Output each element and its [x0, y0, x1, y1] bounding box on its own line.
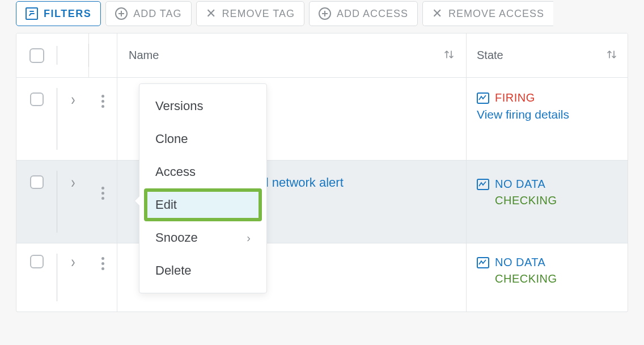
table-row: › 93 FIRING View firing details	[16, 78, 628, 161]
select-all-checkbox[interactable]	[29, 48, 44, 63]
row-expand-cell[interactable]: ›	[57, 161, 89, 243]
row-state-cell: NO DATA CHECKING	[467, 243, 628, 312]
row-checkbox[interactable]	[30, 175, 44, 189]
header-name-label: Name	[129, 49, 159, 62]
remove-access-label: REMOVE ACCESS	[448, 8, 544, 20]
menu-item-snooze[interactable]: Snooze ›	[139, 221, 266, 254]
filters-button[interactable]: FILTERS	[16, 1, 101, 26]
table-row: › ert_01 95 NO DATA CHECKING	[16, 243, 628, 312]
row-actions-cell[interactable]	[89, 243, 117, 312]
toolbar: FILTERS ADD TAG ✕ REMOVE TAG ADD ACCESS …	[0, 0, 644, 33]
header-spacer	[57, 33, 89, 77]
menu-item-access[interactable]: Access	[139, 155, 266, 188]
kebab-icon	[101, 187, 104, 200]
menu-item-label: Delete	[155, 263, 192, 278]
add-access-label: ADD ACCESS	[337, 8, 408, 20]
row-checkbox[interactable]	[30, 255, 44, 268]
state-status: NO DATA	[495, 178, 545, 191]
chevron-right-icon: ›	[71, 173, 75, 192]
kebab-icon	[101, 95, 104, 108]
add-access-button[interactable]: ADD ACCESS	[309, 1, 418, 26]
menu-item-label: Versions	[155, 99, 203, 113]
chevron-right-icon: ›	[71, 90, 75, 110]
plus-icon	[115, 7, 128, 20]
chart-icon	[477, 257, 489, 268]
row-actions-cell[interactable]	[89, 78, 117, 160]
view-firing-details-link[interactable]: View firing details	[477, 108, 617, 121]
row-actions-cell[interactable]	[89, 161, 117, 243]
add-tag-label: ADD TAG	[133, 8, 181, 20]
chevron-right-icon: ›	[247, 232, 251, 245]
menu-item-delete[interactable]: Delete	[139, 254, 266, 287]
row-checkbox-cell	[16, 243, 57, 312]
menu-item-label: Edit	[155, 197, 177, 212]
add-tag-button[interactable]: ADD TAG	[105, 1, 191, 26]
chart-icon	[477, 179, 489, 190]
menu-item-edit[interactable]: Edit	[145, 190, 261, 220]
menu-item-versions[interactable]: Versions	[139, 90, 266, 123]
kebab-icon	[101, 257, 104, 270]
sort-icon	[443, 49, 455, 62]
menu-item-label: Clone	[155, 132, 188, 146]
header-checkbox-cell	[16, 33, 57, 77]
row-expand-cell[interactable]: ›	[57, 243, 89, 312]
header-name-cell[interactable]: Name	[117, 33, 467, 77]
menu-item-clone[interactable]: Clone	[139, 123, 266, 155]
header-spacer-2	[89, 33, 117, 77]
header-state-cell[interactable]: State	[467, 33, 628, 77]
remove-tag-button[interactable]: ✕ REMOVE TAG	[196, 1, 304, 26]
row-state-cell: NO DATA CHECKING	[467, 161, 628, 243]
menu-item-label: Snooze	[155, 230, 198, 245]
table-header-row: Name State	[16, 33, 628, 78]
close-icon: ✕	[432, 7, 443, 20]
state-status: FIRING	[495, 91, 535, 104]
row-state-cell: FIRING View firing details	[467, 78, 628, 160]
close-icon: ✕	[206, 7, 217, 20]
row-expand-cell[interactable]: ›	[57, 78, 89, 160]
chevron-right-icon: ›	[71, 253, 75, 272]
filters-icon	[26, 7, 38, 20]
state-status: NO DATA	[495, 256, 545, 269]
state-substatus: CHECKING	[495, 272, 617, 285]
remove-access-button[interactable]: ✕ REMOVE ACCESS	[422, 1, 553, 26]
chart-icon	[477, 92, 489, 104]
plus-icon	[319, 7, 331, 20]
remove-tag-label: REMOVE TAG	[222, 8, 295, 20]
header-state-label: State	[477, 49, 503, 62]
alerts-table: Name State › 93	[16, 33, 628, 312]
filters-label: FILTERS	[44, 8, 91, 20]
state-substatus: CHECKING	[495, 194, 617, 207]
menu-item-label: Access	[155, 165, 196, 179]
row-context-menu: Versions Clone Access Edit Snooze › Dele…	[139, 83, 267, 293]
table-row: › and network alert 51 NO DATA CHECKING	[16, 161, 628, 243]
row-checkbox-cell	[16, 78, 57, 160]
row-checkbox[interactable]	[30, 92, 44, 106]
row-checkbox-cell	[16, 161, 57, 243]
sort-icon	[606, 49, 617, 62]
